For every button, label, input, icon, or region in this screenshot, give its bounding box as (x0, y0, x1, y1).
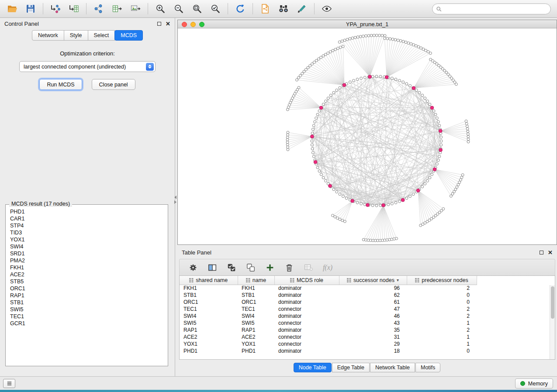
network-node[interactable] (303, 70, 305, 73)
mcds-result-item[interactable]: FKH1 (10, 264, 163, 271)
network-node[interactable] (460, 176, 463, 179)
network-dominator-node[interactable] (385, 76, 388, 79)
tab-network-table[interactable]: Network Table (370, 363, 415, 372)
network-node[interactable] (379, 204, 382, 207)
export-image-button[interactable] (127, 2, 144, 16)
tab-mcds[interactable]: MCDS (114, 30, 143, 41)
network-node[interactable] (427, 51, 429, 53)
network-node[interactable] (456, 186, 458, 189)
network-node[interactable] (467, 135, 470, 138)
float-panel-icon[interactable] (157, 22, 161, 26)
network-node[interactable] (351, 37, 354, 39)
network-node[interactable] (421, 94, 424, 96)
mcds-result-item[interactable]: CAR1 (10, 215, 163, 222)
tab-select[interactable]: Select (88, 30, 115, 41)
mcds-result-item[interactable]: ACE2 (10, 271, 163, 278)
network-node[interactable] (429, 58, 432, 61)
network-dominator-node[interactable] (343, 83, 346, 87)
network-dominator-node[interactable] (416, 189, 420, 193)
table-row[interactable]: SWI5SWI5connector431 (180, 320, 477, 327)
network-node[interactable] (316, 113, 319, 116)
network-node[interactable] (438, 155, 441, 158)
network-node[interactable] (467, 138, 470, 141)
network-node[interactable] (327, 97, 329, 100)
network-node[interactable] (432, 110, 435, 112)
network-dominator-node[interactable] (329, 184, 332, 188)
maximize-window-icon[interactable] (199, 22, 204, 27)
network-node[interactable] (327, 52, 329, 55)
run-mcds-button[interactable]: Run MCDS (39, 79, 82, 90)
export-table-button[interactable] (108, 2, 126, 16)
network-node[interactable] (402, 40, 405, 43)
network-node[interactable] (386, 37, 389, 40)
network-node[interactable] (440, 140, 443, 142)
network-node[interactable] (425, 49, 427, 52)
network-node[interactable] (402, 81, 405, 83)
zoom-fit-button[interactable] (188, 2, 206, 16)
network-node[interactable] (405, 83, 408, 85)
network-node[interactable] (370, 34, 373, 37)
column-header-successor-nodes[interactable]: successor nodes▾ (339, 276, 407, 285)
network-node[interactable] (341, 40, 343, 42)
network-dominator-node[interactable] (368, 75, 372, 79)
network-node[interactable] (356, 78, 359, 81)
table-scrollbar[interactable] (550, 285, 555, 359)
network-node[interactable] (311, 144, 313, 146)
network-node[interactable] (314, 120, 316, 123)
network-node[interactable] (367, 34, 370, 37)
network-node[interactable] (415, 89, 418, 92)
network-node[interactable] (286, 143, 289, 146)
network-node[interactable] (375, 34, 378, 37)
network-node[interactable] (398, 200, 401, 203)
mcds-result-item[interactable]: TEC1 (10, 313, 163, 320)
import-network-button[interactable] (47, 2, 64, 16)
network-node[interactable] (324, 53, 327, 56)
network-dominator-node[interactable] (439, 148, 443, 152)
style-button[interactable] (293, 2, 311, 16)
network-node[interactable] (438, 124, 441, 127)
network-node[interactable] (356, 36, 359, 38)
table-settings-button[interactable] (186, 261, 201, 274)
network-node[interactable] (440, 136, 443, 138)
network-node[interactable] (318, 110, 321, 112)
network-node[interactable] (424, 97, 426, 100)
network-node[interactable] (339, 193, 341, 196)
network-dominator-node[interactable] (382, 203, 385, 207)
network-node[interactable] (309, 65, 311, 67)
network-node[interactable] (315, 117, 318, 120)
network-node[interactable] (343, 39, 346, 41)
network-node[interactable] (384, 34, 386, 37)
network-node[interactable] (312, 124, 315, 127)
mcds-result-item[interactable]: TID3 (10, 229, 163, 236)
network-node[interactable] (318, 170, 321, 172)
mcds-result-item[interactable]: ORC1 (10, 285, 163, 292)
network-node[interactable] (379, 75, 382, 78)
network-node[interactable] (431, 173, 433, 176)
network-canvas[interactable] (178, 28, 557, 244)
network-node[interactable] (354, 36, 356, 39)
network-window-titlebar[interactable]: YPA_prune.txt_1 (178, 20, 557, 28)
network-node[interactable] (332, 49, 334, 52)
search-box[interactable] (432, 3, 551, 14)
network-node[interactable] (336, 217, 339, 220)
network-node[interactable] (409, 84, 412, 87)
import-table-button[interactable] (65, 2, 83, 16)
minimize-window-icon[interactable] (190, 22, 196, 27)
network-node[interactable] (391, 203, 393, 205)
network-node[interactable] (342, 45, 344, 48)
table-row[interactable]: PHD1PHD1dominator180 (180, 347, 477, 354)
network-node[interactable] (467, 130, 469, 133)
mcds-result-item[interactable]: STB1 (10, 299, 163, 306)
network-node[interactable] (395, 237, 398, 240)
network-node[interactable] (437, 159, 439, 162)
mcds-result-item[interactable]: RAP1 (10, 292, 163, 299)
network-node[interactable] (429, 103, 431, 106)
delete-column-button[interactable] (282, 261, 297, 274)
network-node[interactable] (311, 128, 314, 131)
network-node[interactable] (422, 48, 425, 51)
network-node[interactable] (415, 45, 417, 47)
deselect-all-rows-button[interactable] (243, 261, 258, 274)
network-node[interactable] (329, 94, 332, 96)
select-all-rows-button[interactable] (224, 261, 239, 274)
network-node[interactable] (360, 203, 363, 205)
